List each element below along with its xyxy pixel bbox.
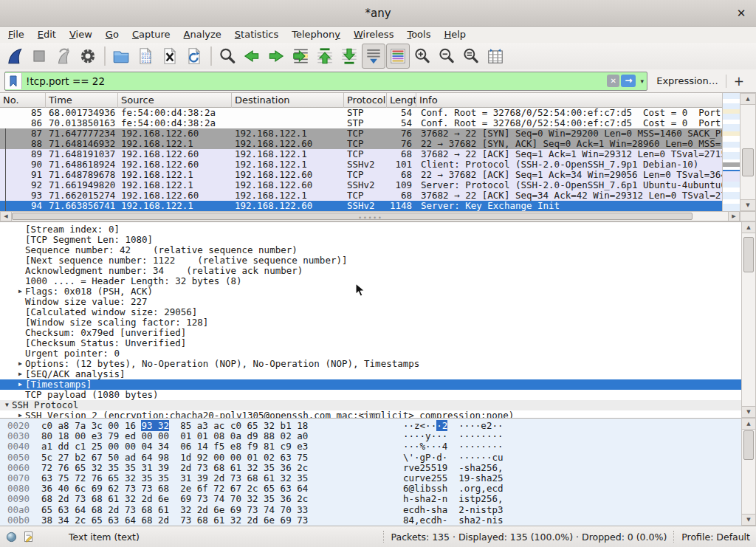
restart-capture-button[interactable] — [52, 44, 75, 69]
scroll-down-arrow-icon[interactable]: ▼ — [742, 514, 755, 525]
scrollbar-thumb[interactable] — [743, 430, 754, 460]
detail-line[interactable]: ▶[Timestamps] — [0, 379, 741, 390]
hex-row-00b0[interactable]: 00b038 34 2c 65 63 64 68 2d 73 68 61 32 … — [0, 515, 741, 526]
detail-line[interactable]: Sequence number: 42 (relative sequence n… — [0, 245, 741, 255]
packet-row-88[interactable]: 8871.648146932192.168.122.1192.168.122.6… — [0, 139, 722, 149]
detail-line[interactable]: ▶Flags: 0x018 (PSH, ACK) — [0, 286, 741, 297]
start-capture-button[interactable] — [3, 44, 27, 69]
detail-line[interactable]: Checksum: 0x79ed [unverified] — [0, 328, 741, 338]
column-header-time[interactable]: Time — [46, 93, 118, 108]
find-packet-button[interactable] — [216, 44, 239, 69]
hex-row-0080[interactable]: 008036 40 6c 69 62 73 73 68 2e 6f 72 67 … — [0, 484, 741, 494]
capture-options-button[interactable] — [76, 44, 100, 69]
go-forward-button[interactable] — [264, 44, 288, 69]
detail-line[interactable]: [Window size scaling factor: 128] — [0, 317, 741, 328]
column-header-no[interactable]: No. — [0, 93, 46, 108]
column-header-source[interactable]: Source — [118, 93, 232, 108]
packet-list-vertical-scrollbar[interactable]: ▲ ▼ — [740, 93, 756, 211]
detail-line[interactable]: Urgent pointer: 0 — [0, 348, 741, 359]
menu-telephony[interactable]: Telephony — [285, 27, 347, 43]
close-window-button[interactable]: ✕ — [734, 6, 749, 21]
scroll-up-arrow-icon[interactable]: ▲ — [742, 419, 755, 430]
expert-info-icon[interactable] — [6, 531, 17, 543]
column-header-destination[interactable]: Destination — [232, 93, 344, 108]
menu-wireless[interactable]: Wireless — [347, 27, 400, 43]
resize-columns-button[interactable] — [484, 44, 507, 69]
expand-triangle-icon[interactable]: ▶ — [16, 369, 25, 379]
auto-scroll-button[interactable] — [362, 44, 385, 69]
display-filter-field[interactable]: ✕ → ▾ — [4, 72, 647, 91]
pane-splitter-handle[interactable]: ••••• — [0, 413, 741, 417]
menu-file[interactable]: File — [1, 27, 31, 43]
detail-line[interactable]: [Next sequence number: 1122 (relative se… — [0, 255, 741, 266]
packet-row-93[interactable]: 9371.662015274192.168.122.60192.168.122.… — [0, 190, 722, 201]
close-file-button[interactable] — [158, 44, 182, 69]
go-to-packet-button[interactable] — [289, 44, 312, 69]
detail-line[interactable]: [Stream index: 0] — [0, 224, 741, 235]
packet-row-86[interactable]: 8670.013850163fe:54:00:d4:38:2aSTP54Conf… — [0, 118, 722, 128]
filter-clear-button[interactable]: ✕ — [607, 75, 619, 87]
display-filter-input[interactable] — [22, 73, 607, 89]
detail-line[interactable]: [TCP Segment Len: 1080] — [0, 235, 741, 245]
column-header-info[interactable]: Info — [416, 93, 722, 108]
detail-line[interactable]: ▶[SEQ/ACK analysis] — [0, 369, 741, 379]
expand-triangle-icon[interactable]: ▶ — [16, 379, 25, 390]
expand-triangle-icon[interactable]: ▶ — [16, 359, 25, 369]
packet-list-minimap-scrollbar[interactable] — [722, 93, 740, 211]
pane-splitter-handle[interactable]: ••••• — [0, 217, 741, 221]
status-profile[interactable]: Profile: Default — [681, 531, 750, 543]
menu-analyze[interactable]: Analyze — [177, 27, 228, 43]
column-header-protocol[interactable]: Protocol — [344, 93, 387, 108]
filter-dropdown-button[interactable]: ▾ — [637, 78, 647, 85]
expand-triangle-icon[interactable]: ▶ — [16, 286, 25, 297]
scrollbar-thumb[interactable] — [742, 148, 754, 176]
menu-statistics[interactable]: Statistics — [228, 27, 285, 43]
packet-row-90[interactable]: 9071.648618924192.168.122.60192.168.122.… — [0, 159, 722, 170]
capture-comment-icon[interactable] — [23, 531, 35, 543]
hex-row-00a0[interactable]: 00a065 63 64 68 2d 73 68 61 32 2d 6e 69 … — [0, 505, 741, 515]
menu-tools[interactable]: Tools — [400, 27, 437, 43]
hex-row-0060[interactable]: 006072 76 65 32 35 35 31 39 2d 73 68 61 … — [0, 463, 741, 473]
hex-row-0040[interactable]: 0040a1 dd c1 25 00 00 04 34 06 14 f5 e8 … — [0, 441, 741, 452]
hex-row-0090[interactable]: 009068 2d 73 68 61 32 2d 6e 69 73 74 70 … — [0, 494, 741, 504]
expression-button[interactable]: Expression… — [656, 75, 718, 86]
stop-capture-button[interactable] — [27, 44, 51, 69]
packet-row-91[interactable]: 9171.648789678192.168.122.1192.168.122.6… — [0, 170, 722, 180]
scroll-up-arrow-icon[interactable]: ▲ — [742, 222, 755, 233]
scrollbar-thumb[interactable] — [743, 237, 754, 272]
reload-file-button[interactable] — [182, 44, 206, 69]
filter-bookmark-button[interactable] — [5, 73, 22, 89]
hex-row-0030[interactable]: 003080 18 00 e3 79 ed 00 00 01 01 08 0a … — [0, 431, 741, 441]
column-header-length[interactable]: Length — [387, 93, 416, 108]
go-last-button[interactable] — [337, 44, 361, 69]
packet-row-85[interactable]: 8568.001734936fe:54:00:d4:38:2aSTP54Conf… — [0, 108, 722, 118]
detail-line[interactable]: Window size value: 227 — [0, 297, 741, 307]
packet-row-89[interactable]: 8971.648191037192.168.122.60192.168.122.… — [0, 149, 722, 159]
bytes-vertical-scrollbar[interactable]: ▲ ▼ — [741, 418, 756, 526]
hex-row-0050[interactable]: 00505c 27 b2 67 50 ad 64 98 1d 92 00 00 … — [0, 453, 741, 463]
go-back-button[interactable] — [240, 44, 264, 69]
menu-go[interactable]: Go — [99, 27, 126, 43]
detail-line[interactable]: [Calculated window size: 29056] — [0, 307, 741, 317]
open-file-button[interactable] — [109, 44, 133, 69]
hex-row-0070[interactable]: 007063 75 72 76 65 32 35 35 31 39 2d 73 … — [0, 473, 741, 484]
detail-line[interactable]: Acknowledgment number: 34 (relative ack … — [0, 266, 741, 276]
menu-help[interactable]: Help — [437, 27, 472, 43]
menu-edit[interactable]: Edit — [31, 27, 63, 43]
packet-row-87[interactable]: 8771.647777234192.168.122.60192.168.122.… — [0, 128, 722, 139]
add-filter-button[interactable]: + — [726, 74, 752, 89]
detail-line[interactable]: ▼SSH Protocol — [0, 400, 741, 410]
zoom-in-button[interactable] — [410, 44, 434, 69]
collapse-triangle-icon[interactable]: ▼ — [2, 400, 12, 410]
go-first-button[interactable] — [313, 44, 337, 69]
save-file-button[interactable]: 010101100111 — [134, 44, 157, 69]
detail-line[interactable]: ▶Options: (12 bytes), No-Operation (NOP)… — [0, 359, 741, 369]
menu-capture[interactable]: Capture — [126, 27, 177, 43]
details-vertical-scrollbar[interactable]: ▲ ▼ — [741, 221, 756, 418]
packet-row-92[interactable]: 9271.661949820192.168.122.1192.168.122.6… — [0, 180, 722, 190]
zoom-reset-button[interactable] — [459, 44, 483, 69]
scroll-down-arrow-icon[interactable]: ▼ — [742, 406, 755, 417]
detail-line[interactable]: 1000 .... = Header Length: 32 bytes (8) — [0, 276, 741, 286]
colorize-button[interactable] — [386, 44, 410, 69]
detail-line[interactable]: TCP payload (1080 bytes) — [0, 390, 741, 400]
